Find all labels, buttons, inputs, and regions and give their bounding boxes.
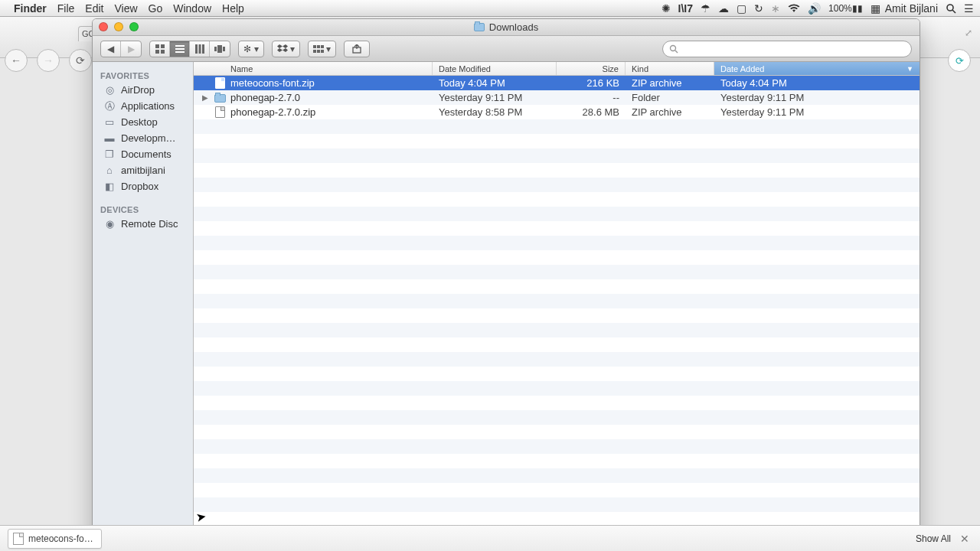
menu-view[interactable]: View bbox=[114, 2, 137, 15]
browser-extension-icon[interactable]: ⟳ bbox=[948, 49, 971, 72]
status-timemachine-icon[interactable]: ↻ bbox=[754, 2, 763, 15]
sidebar-item-dropbox[interactable]: ◧Dropbox bbox=[93, 178, 193, 194]
back-button[interactable]: ◀ bbox=[101, 41, 121, 57]
column-size[interactable]: Size bbox=[557, 62, 626, 75]
column-added[interactable]: Date Added▼ bbox=[714, 62, 920, 75]
svg-point-22 bbox=[671, 45, 676, 51]
search-input[interactable] bbox=[681, 44, 905, 54]
browser-reload-button[interactable]: ⟳ bbox=[69, 49, 92, 72]
desktop-icon: ▭ bbox=[103, 117, 116, 128]
file-icon bbox=[13, 533, 24, 545]
svg-point-0 bbox=[947, 5, 953, 11]
sidebar-item-airdrop[interactable]: ◎AirDrop bbox=[93, 82, 193, 98]
file-modified: Today 4:04 PM bbox=[433, 77, 557, 89]
status-battery[interactable]: 100% ▮▮ bbox=[828, 3, 863, 14]
table-row[interactable]: ▶phonegap-2.7.0.zipYesterday 8:58 PM28.6… bbox=[194, 105, 920, 119]
close-window-button[interactable] bbox=[99, 22, 108, 31]
column-kind[interactable]: Kind bbox=[626, 62, 714, 75]
menu-file[interactable]: File bbox=[57, 2, 75, 15]
sidebar-item-applications[interactable]: ⒶApplications bbox=[93, 98, 193, 114]
coverflow-view-button[interactable] bbox=[210, 41, 230, 57]
status-adobe-icon[interactable]: I\I 7 bbox=[678, 2, 693, 15]
app-menu[interactable]: Finder bbox=[14, 2, 47, 15]
file-name: phonegap-2.7.0 bbox=[230, 92, 300, 103]
sidebar-item-remote-disc[interactable]: ◉Remote Disc bbox=[93, 216, 193, 232]
arrange-menu-button[interactable]: ▾ bbox=[308, 41, 336, 57]
close-download-bar-button[interactable]: ✕ bbox=[957, 533, 972, 545]
column-view-button[interactable] bbox=[190, 41, 210, 57]
sidebar-item-home[interactable]: ⌂amitbijlani bbox=[93, 162, 193, 178]
svg-rect-12 bbox=[214, 47, 217, 51]
file-kind: Folder bbox=[626, 92, 714, 103]
file-kind: ZIP archive bbox=[626, 77, 714, 89]
sidebar-item-desktop[interactable]: ▭Desktop bbox=[93, 114, 193, 130]
svg-rect-7 bbox=[175, 48, 185, 50]
file-added: Yesterday 9:11 PM bbox=[714, 106, 920, 118]
window-title: Downloads bbox=[474, 21, 538, 33]
file-rows[interactable]: ▶meteocons-font.zipToday 4:04 PM216 KBZI… bbox=[194, 76, 920, 532]
home-icon: ⌂ bbox=[103, 165, 116, 176]
status-calendar-icon[interactable]: ▦ bbox=[871, 2, 880, 15]
search-field[interactable] bbox=[662, 41, 912, 57]
folder-icon: ▬ bbox=[103, 133, 116, 144]
dropbox-menu-button[interactable]: ▾ bbox=[272, 41, 300, 57]
menu-help[interactable]: Help bbox=[222, 2, 244, 15]
nav-buttons: ◀ ▶ bbox=[100, 41, 142, 57]
svg-rect-16 bbox=[317, 45, 320, 48]
notification-center-icon[interactable]: ☰ bbox=[964, 2, 974, 15]
sidebar-item-development[interactable]: ▬Developm… bbox=[93, 130, 193, 146]
svg-rect-5 bbox=[161, 50, 165, 54]
column-headers: Name Date Modified Size Kind Date Added▼ bbox=[194, 62, 920, 76]
list-view-button[interactable] bbox=[170, 41, 190, 57]
disclosure-triangle-icon[interactable]: ▶ bbox=[201, 93, 209, 102]
background-expand-icon[interactable]: ⤢ bbox=[965, 28, 972, 38]
svg-rect-15 bbox=[313, 45, 316, 48]
status-volume-icon[interactable]: 🔊 bbox=[808, 2, 821, 15]
file-size: 28.6 MB bbox=[557, 106, 626, 118]
column-name[interactable]: Name bbox=[194, 62, 433, 75]
status-brightness-icon[interactable]: ✺ bbox=[662, 2, 671, 15]
column-modified[interactable]: Date Modified bbox=[433, 62, 557, 75]
folder-icon bbox=[214, 92, 226, 104]
search-icon bbox=[669, 44, 678, 54]
minimize-window-button[interactable] bbox=[114, 22, 123, 31]
browser-download-bar: meteocons-fo… Show All ✕ bbox=[0, 525, 980, 551]
zip-file-icon bbox=[214, 106, 226, 119]
svg-rect-18 bbox=[313, 50, 316, 53]
status-umbrella-icon[interactable]: ☂ bbox=[701, 2, 710, 15]
menu-edit[interactable]: Edit bbox=[85, 2, 103, 15]
table-row[interactable]: ▶meteocons-font.zipToday 4:04 PM216 KBZI… bbox=[194, 76, 920, 90]
browser-forward-button[interactable]: → bbox=[37, 49, 60, 72]
status-cloud-icon[interactable]: ☁ bbox=[718, 2, 729, 15]
status-user[interactable]: Amit Bijlani bbox=[885, 2, 938, 15]
svg-line-23 bbox=[675, 51, 678, 53]
browser-back-button[interactable]: ← bbox=[5, 49, 28, 72]
file-added: Today 4:04 PM bbox=[714, 77, 920, 89]
menu-go[interactable]: Go bbox=[149, 2, 163, 15]
status-wifi-icon[interactable] bbox=[788, 4, 800, 13]
status-airplay-icon[interactable]: ▢ bbox=[737, 2, 746, 15]
forward-button[interactable]: ▶ bbox=[121, 41, 141, 57]
titlebar[interactable]: Downloads bbox=[93, 19, 920, 36]
spotlight-icon[interactable] bbox=[946, 3, 956, 14]
icon-view-button[interactable] bbox=[150, 41, 170, 57]
download-chip[interactable]: meteocons-fo… bbox=[8, 529, 102, 549]
zoom-window-button[interactable] bbox=[129, 22, 139, 31]
svg-rect-13 bbox=[217, 45, 222, 53]
action-menu-button[interactable]: ✻ ▾ bbox=[238, 41, 264, 57]
airdrop-icon: ◎ bbox=[103, 85, 116, 96]
svg-rect-10 bbox=[198, 44, 201, 54]
show-all-downloads-link[interactable]: Show All bbox=[916, 533, 951, 544]
svg-rect-17 bbox=[321, 45, 324, 48]
menubar: Finder File Edit View Go Window Help ✺ I… bbox=[0, 0, 980, 17]
status-bluetooth-icon[interactable]: ∗ bbox=[771, 2, 780, 15]
file-kind: ZIP archive bbox=[626, 106, 714, 118]
svg-rect-20 bbox=[321, 50, 324, 53]
menu-window[interactable]: Window bbox=[173, 2, 211, 15]
share-button[interactable] bbox=[344, 41, 370, 57]
sidebar-item-documents[interactable]: ❐Documents bbox=[93, 146, 193, 162]
table-row[interactable]: ▶phonegap-2.7.0Yesterday 9:11 PM--Folder… bbox=[194, 90, 920, 105]
applications-icon: Ⓐ bbox=[103, 101, 116, 112]
file-size: 216 KB bbox=[557, 77, 626, 89]
sidebar-devices-header: DEVICES bbox=[93, 202, 193, 216]
